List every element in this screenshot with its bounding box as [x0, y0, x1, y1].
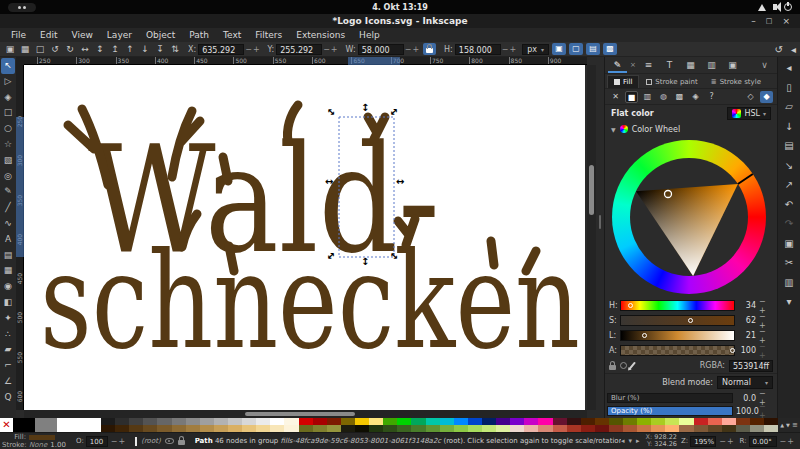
panel-splitter[interactable]: [596, 57, 604, 418]
zoom-spinner[interactable]: −+: [719, 437, 734, 446]
layer-name[interactable]: (root): [141, 437, 161, 445]
palette-swatch[interactable]: [256, 418, 270, 425]
menu-item[interactable]: Layer: [100, 30, 139, 40]
scale-handle-n[interactable]: ↕: [361, 103, 369, 113]
palette-swatch[interactable]: [665, 425, 679, 432]
export-button[interactable]: ↗: [781, 176, 798, 196]
fill-rule-evenodd-button[interactable]: ◆: [760, 91, 773, 103]
palette-swatch[interactable]: [299, 418, 313, 425]
palette-swatch[interactable]: [538, 425, 552, 432]
palette-swatch[interactable]: [101, 425, 115, 432]
palette-swatch[interactable]: [440, 425, 454, 432]
paste-button[interactable]: ▥: [781, 274, 798, 294]
h-input[interactable]: 158.000: [455, 44, 501, 55]
hue-value[interactable]: 34: [738, 301, 756, 310]
shape-builder-tool[interactable]: ◈: [1, 90, 15, 106]
lightness-value[interactable]: 21: [738, 331, 756, 340]
palette-swatch[interactable]: [609, 418, 623, 425]
palette-swatch[interactable]: [694, 425, 708, 432]
palette-swatch[interactable]: [256, 425, 270, 432]
lower-to-bottom-icon[interactable]: ↧: [153, 44, 167, 54]
select-all-layers-icon[interactable]: ▦: [18, 44, 32, 54]
blur-value[interactable]: 0.0: [736, 394, 756, 403]
objects-dialog-tab[interactable]: ▣: [723, 58, 742, 73]
palette-swatch[interactable]: [440, 418, 454, 425]
palette-swatch[interactable]: [57, 418, 101, 432]
redo-button[interactable]: ↷: [781, 215, 798, 235]
raise-to-top-icon[interactable]: ↥: [108, 44, 122, 54]
cut-button[interactable]: ✂: [781, 254, 798, 274]
palette-swatch[interactable]: [299, 425, 313, 432]
opacity-slider[interactable]: Opacity (%): [607, 406, 733, 416]
horizontal-scrollbar-thumb[interactable]: [245, 412, 355, 416]
toolbar-collapse-button[interactable]: ◂: [791, 44, 796, 55]
w-input[interactable]: 58.000: [358, 44, 404, 55]
slider-handle[interactable]: [688, 318, 693, 323]
text-dialog-tab[interactable]: T: [660, 58, 679, 73]
palette-swatch[interactable]: [679, 418, 693, 425]
scale-handle-e[interactable]: ↔: [396, 177, 404, 187]
palette-swatch[interactable]: [369, 425, 383, 432]
palette-swatch[interactable]: [764, 425, 778, 432]
object-opacity-input[interactable]: 100: [86, 436, 108, 447]
document-properties-dialog-tab[interactable]: ▥: [702, 58, 721, 73]
vertical-scrollbar-thumb[interactable]: [589, 165, 594, 215]
more-dialogs-chevron[interactable]: ∨: [755, 58, 774, 73]
palette-swatch[interactable]: [200, 418, 214, 425]
palette-swatch[interactable]: [482, 418, 496, 425]
export-dialog-tab[interactable]: ▦: [681, 58, 700, 73]
gradient-tool[interactable]: ▤: [1, 248, 15, 264]
x-input[interactable]: 635.292: [198, 44, 244, 55]
system-clock[interactable]: 4. Okt 13:19: [0, 3, 800, 12]
palette-swatch[interactable]: [397, 418, 411, 425]
menu-item[interactable]: Object: [139, 30, 182, 40]
horizontal-ruler[interactable]: 2503003504004505005506006507007508008509…: [24, 57, 587, 65]
palette-swatch[interactable]: [722, 418, 736, 425]
flip-vertical-icon[interactable]: ↕: [93, 44, 107, 54]
color-wheel-header[interactable]: ▼ Color Wheel: [605, 122, 777, 136]
palette-swatch[interactable]: [623, 425, 637, 432]
vertical-scrollbar[interactable]: [587, 65, 596, 410]
palette-swatch[interactable]: [510, 418, 524, 425]
mesh-gradient-tool[interactable]: ▦: [1, 263, 15, 279]
restore-button[interactable]: □: [766, 17, 773, 26]
fill-color-chip[interactable]: [29, 435, 55, 440]
palette-swatch[interactable]: [764, 418, 778, 425]
slider-handle[interactable]: [730, 348, 735, 353]
new-document-button[interactable]: ▯: [781, 79, 798, 99]
palette-swatch[interactable]: [186, 425, 200, 432]
palette-swatch[interactable]: [143, 418, 157, 425]
palette-swatch[interactable]: [383, 418, 397, 425]
move-to-layer-icon[interactable]: ⇅: [168, 44, 182, 54]
rectangle-tool[interactable]: □: [1, 105, 15, 121]
rgba-input[interactable]: 553914ff: [729, 360, 773, 372]
palette-swatch[interactable]: [327, 425, 341, 432]
paint-flat-button[interactable]: ■: [625, 91, 638, 103]
blend-mode-dropdown[interactable]: Normal ▾: [717, 376, 773, 389]
stroke-value[interactable]: None: [29, 441, 47, 449]
palette-swatch[interactable]: [637, 425, 651, 432]
palette-swatch[interactable]: [694, 418, 708, 425]
palette-swatch[interactable]: [172, 425, 186, 432]
saturation-value[interactable]: 62: [738, 316, 756, 325]
import-button[interactable]: ↘: [781, 157, 798, 177]
lock-icon[interactable]: [609, 365, 616, 370]
star-tool[interactable]: ☆: [1, 137, 15, 153]
blur-slider[interactable]: Blur (%): [607, 393, 733, 403]
palette-swatch[interactable]: [411, 425, 425, 432]
scale-pattern-toggle[interactable]: ▩: [603, 43, 617, 55]
menu-item[interactable]: View: [65, 30, 100, 40]
tweak-tool[interactable]: ✦: [1, 311, 15, 327]
copy-button[interactable]: ▣: [781, 235, 798, 255]
palette-swatch[interactable]: [708, 425, 722, 432]
palette-swatch[interactable]: [143, 425, 157, 432]
palette-swatch[interactable]: [426, 425, 440, 432]
palette-swatch[interactable]: [708, 418, 722, 425]
dropper-tool[interactable]: ◉: [1, 279, 15, 295]
palette-swatch[interactable]: [454, 418, 468, 425]
palette-swatch[interactable]: [214, 418, 228, 425]
palette-swatch[interactable]: [327, 418, 341, 425]
lightness-slider[interactable]: [620, 330, 735, 341]
alpha-value[interactable]: 100: [738, 346, 756, 355]
paint-bucket-tool[interactable]: ◧: [1, 295, 15, 311]
